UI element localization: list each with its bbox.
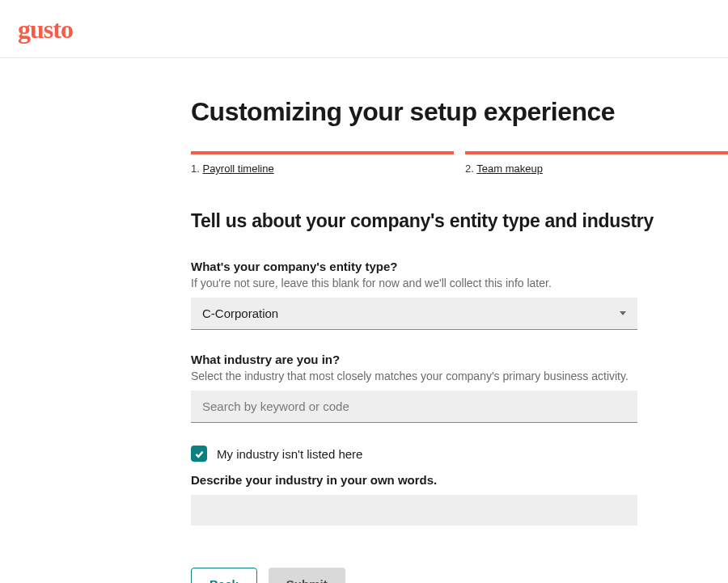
progress-steps: 1. Payroll timeline 2. Team makeup <box>191 151 728 175</box>
describe-industry-label: Describe your industry in your own words… <box>191 473 728 487</box>
describe-industry-input[interactable] <box>191 495 637 526</box>
check-icon <box>194 449 205 459</box>
chevron-down-icon <box>620 311 626 315</box>
industry-hint: Select the industry that most closely ma… <box>191 370 637 382</box>
main-content: Customizing your setup experience 1. Pay… <box>0 58 728 583</box>
submit-button[interactable]: Submit <box>269 568 345 583</box>
gusto-logo: gusto <box>18 15 710 44</box>
progress-bar-2 <box>465 151 728 154</box>
industry-not-listed-checkbox[interactable] <box>191 446 207 462</box>
topbar: gusto <box>0 0 728 58</box>
progress-link-payroll-timeline[interactable]: Payroll timeline <box>202 163 273 175</box>
entity-type-select[interactable]: C-Corporation <box>191 298 637 330</box>
progress-bar-1 <box>191 151 454 154</box>
progress-step-1[interactable]: 1. Payroll timeline <box>191 151 454 175</box>
industry-field-group: What industry are you in? Select the ind… <box>191 353 637 423</box>
progress-number-2: 2. <box>465 163 474 175</box>
progress-step-2[interactable]: 2. Team makeup <box>465 151 728 175</box>
industry-label: What industry are you in? <box>191 353 637 366</box>
button-row: Back Submit <box>191 568 728 583</box>
industry-search-input[interactable] <box>191 391 637 423</box>
back-button[interactable]: Back <box>191 568 257 583</box>
section-title: Tell us about your company's entity type… <box>191 210 728 232</box>
progress-number-1: 1. <box>191 163 200 175</box>
entity-type-field-group: What's your company's entity type? If yo… <box>191 260 637 330</box>
progress-label-1: 1. Payroll timeline <box>191 163 454 175</box>
progress-link-team-makeup[interactable]: Team makeup <box>476 163 543 175</box>
industry-not-listed-row: My industry isn't listed here <box>191 446 728 462</box>
entity-type-selected-value: C-Corporation <box>202 306 620 320</box>
entity-type-hint: If you're not sure, leave this blank for… <box>191 277 637 289</box>
industry-not-listed-label: My industry isn't listed here <box>217 447 362 461</box>
page-title: Customizing your setup experience <box>191 97 728 127</box>
progress-label-2: 2. Team makeup <box>465 163 728 175</box>
describe-industry-wrap <box>191 495 637 526</box>
entity-type-label: What's your company's entity type? <box>191 260 637 273</box>
